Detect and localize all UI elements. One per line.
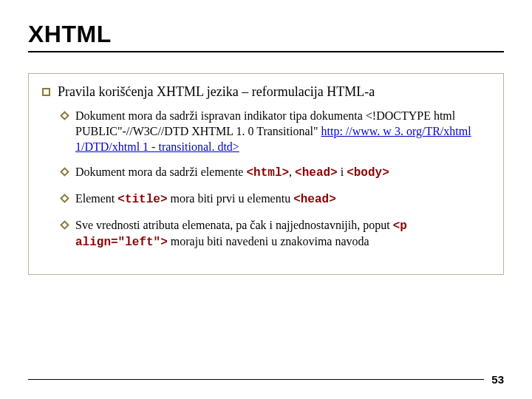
list-item-text: Sve vrednosti atributa elemenata, pa čak… [75, 218, 490, 250]
diamond-bullet-icon [60, 194, 69, 203]
code-head-tag: <head> [293, 193, 336, 206]
slide-title: XHTML [28, 21, 504, 48]
text-fragment: , [289, 166, 295, 178]
list-item: Element <title> mora biti prvi u element… [60, 191, 490, 208]
main-bullet-text: Pravila korišćenja XHTML jezika – reform… [58, 84, 375, 100]
footer: 53 [28, 373, 504, 386]
list-item-text: Dokument mora da sadrži ispravan indikat… [75, 109, 490, 154]
list-item: Dokument mora da sadrži elemente <html>,… [60, 165, 490, 181]
diamond-bullet-icon [60, 168, 69, 177]
text-fragment: i [338, 166, 347, 178]
text-fragment: Sve vrednosti atributa elemenata, pa čak… [75, 219, 393, 231]
page-number: 53 [484, 373, 504, 386]
diamond-bullet-icon [60, 220, 69, 230]
code-title-tag: <title> [117, 193, 167, 206]
main-bullet: Pravila korišćenja XHTML jezika – reform… [42, 84, 490, 100]
text-fragment: Element [75, 192, 117, 205]
text-fragment: mora biti prvi u elementu [168, 192, 294, 205]
code-html-tag: <html> [246, 166, 289, 180]
list-item: Dokument mora da sadrži ispravan indikat… [60, 109, 490, 154]
footer-rule [28, 379, 484, 380]
code-head-tag: <head> [295, 166, 338, 180]
list-item-text: Element <title> mora biti prvi u element… [75, 191, 490, 208]
title-underline [28, 51, 504, 52]
diamond-bullet-icon [60, 111, 69, 120]
content-box: Pravila korišćenja XHTML jezika – reform… [28, 73, 504, 275]
sub-list: Dokument mora da sadrži ispravan indikat… [42, 109, 490, 250]
square-bullet-icon [42, 88, 50, 96]
code-body-tag: <body> [347, 166, 389, 180]
text-fragment: moraju biti navedeni u znakovima navoda [168, 235, 369, 248]
text-fragment: Dokument mora da sadrži elemente [75, 166, 246, 178]
list-item-text: Dokument mora da sadrži elemente <html>,… [75, 165, 490, 181]
list-item: Sve vrednosti atributa elemenata, pa čak… [60, 218, 490, 250]
